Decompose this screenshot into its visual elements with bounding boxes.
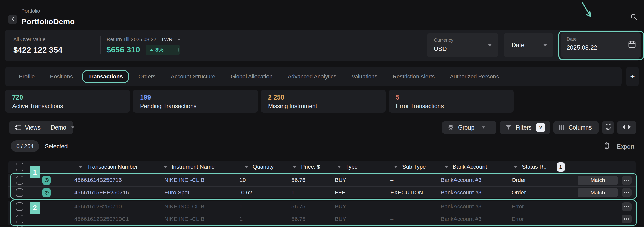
tab-profile[interactable]: Profile (11, 73, 42, 80)
row-menu-button[interactable] (622, 188, 632, 197)
chevron-down-icon (482, 126, 485, 129)
triangle-right-icon (628, 124, 632, 131)
column-filter-caret-icon[interactable] (293, 166, 297, 168)
refresh-button[interactable] (602, 121, 614, 134)
match-button[interactable]: Match (578, 188, 618, 197)
tab-account-structure[interactable]: Account Structure (163, 73, 223, 80)
match-button[interactable]: Match (578, 176, 618, 185)
column-header-sub-type[interactable]: Sub Type (389, 164, 440, 170)
column-header-status-reason[interactable]: Status R.. 1 (506, 162, 576, 172)
stats-bar: All Over Value $422 122 354 Return Till … (5, 30, 639, 61)
filters-label: Filters (516, 124, 532, 131)
bank-account-link[interactable]: BankAccount #3 (440, 177, 506, 183)
status-cell: Error (506, 201, 576, 213)
chevron-down-icon[interactable] (178, 39, 181, 41)
tab-restriction-alerts[interactable]: Restriction Alerts (385, 73, 442, 80)
columns-label: Columns (569, 124, 592, 131)
return-change-badge: 8% (146, 45, 180, 55)
column-filter-caret-icon[interactable] (245, 166, 248, 168)
tab-advanced-analytics[interactable]: Advanced Analytics (280, 73, 344, 80)
transaction-number-link[interactable]: 45661614B250716 (64, 177, 161, 183)
card-pending-transactions[interactable]: 199 Pending Transactions (133, 90, 258, 113)
back-button[interactable] (8, 15, 17, 24)
sparkline-tick (178, 48, 179, 52)
group-select[interactable]: Group (442, 121, 496, 134)
calendar-icon[interactable] (628, 40, 636, 50)
column-header-type[interactable]: Type (334, 164, 389, 170)
transaction-number-link[interactable]: 45661612B250710 (64, 203, 161, 210)
tab-positions[interactable]: Positions (42, 73, 80, 80)
row-menu-button[interactable] (622, 215, 632, 223)
tab-orders[interactable]: Orders (131, 73, 163, 80)
card-label: Missing Instrument (268, 103, 379, 110)
column-header-price[interactable]: Price, $ (291, 164, 334, 170)
card-label: Active Transactions (12, 103, 123, 110)
instrument-link[interactable]: Euro Spot (161, 189, 237, 196)
column-header-transaction-number[interactable]: Transaction Number (64, 164, 161, 170)
type-cell: BUY (334, 216, 389, 222)
instrument-link[interactable]: NIKE INC -CL B (161, 177, 237, 183)
column-filter-caret-icon[interactable] (394, 166, 398, 168)
export-button[interactable]: Export (602, 141, 634, 152)
column-filter-caret-icon[interactable] (514, 166, 517, 168)
tab-global-allocation[interactable]: Global Allocation (223, 73, 280, 80)
tab-valuations[interactable]: Valuations (344, 73, 385, 80)
column-pager-button[interactable] (617, 121, 636, 134)
add-tab-button[interactable]: + (626, 67, 639, 86)
status-cell: Error (506, 213, 576, 225)
column-header-instrument-name[interactable]: Instrument Name (161, 164, 237, 170)
column-header-bank-account[interactable]: Bank Account (440, 164, 506, 170)
return-label: Return Till 2025.08.22 (106, 37, 156, 42)
row-menu-button[interactable] (622, 176, 632, 185)
column-label: Sub Type (402, 164, 426, 170)
table-row[interactable]: 45661614B250716 NIKE INC -CL B 10 56.76 … (8, 174, 636, 186)
column-label: Bank Account (453, 164, 487, 170)
annotation-marker-2: 2 (30, 202, 40, 214)
tab-transactions[interactable]: Transactions (82, 70, 129, 83)
row-checkbox[interactable] (16, 176, 23, 185)
date-mode-select[interactable]: Date (504, 33, 553, 57)
column-filter-caret-icon[interactable] (445, 166, 448, 168)
return-block: Return Till 2025.08.22 TWR $656 310 8% (106, 37, 181, 55)
column-filter-caret-icon[interactable] (164, 166, 167, 168)
row-checkbox[interactable] (16, 188, 23, 197)
card-error-transactions[interactable]: 5 Error Transactions (389, 90, 514, 113)
card-active-transactions[interactable]: 720 Active Transactions (5, 90, 130, 113)
column-filter-caret-icon[interactable] (79, 166, 83, 168)
transaction-number-link[interactable]: 45661612B250710C1 (64, 216, 161, 222)
table-row[interactable]: 45661612B250710 NIKE INC -CL B 1 56.75 B… (8, 201, 636, 213)
views-select[interactable]: Views Demo (9, 121, 73, 134)
bank-account-link[interactable]: BankAccount #3 (440, 203, 506, 210)
card-missing-instrument[interactable]: 2 258 Missing Instrument (261, 90, 386, 113)
table-row[interactable]: 45661615FEE250716 Euro Spot -0.62 1 FEE … (8, 186, 636, 198)
column-label: Price, $ (301, 164, 320, 170)
search-button[interactable] (629, 12, 638, 22)
all-over-value-label: All Over Value (13, 37, 62, 42)
filters-button[interactable]: Filters 2 (500, 121, 550, 134)
row-menu-button[interactable] (622, 202, 632, 211)
quantity-cell: -0.62 (237, 189, 291, 196)
card-value: 199 (140, 94, 251, 101)
bank-account-link[interactable]: BankAccount #3 (440, 216, 506, 222)
column-filter-caret-icon[interactable] (337, 166, 341, 168)
return-mode-select[interactable]: TWR (161, 37, 173, 42)
tab-authorized-persons[interactable]: Authorized Persons (442, 73, 506, 80)
row-checkbox[interactable] (16, 215, 23, 223)
select-all-checkbox[interactable] (16, 163, 23, 171)
transaction-number-link[interactable]: 45661615FEE250716 (64, 189, 161, 196)
row-checkbox[interactable] (16, 202, 23, 211)
columns-button[interactable]: Columns (553, 121, 599, 134)
instrument-link[interactable]: NIKE INC -CL B (161, 203, 237, 210)
instrument-link[interactable]: NIKE INC -CL B (161, 216, 237, 222)
price-cell: 56.76 (291, 177, 334, 183)
chevron-down-icon (488, 44, 492, 46)
currency-select[interactable]: Currency USD (427, 33, 498, 57)
export-label: Export (617, 143, 634, 150)
table-row[interactable]: 45661612B250710C1 NIKE INC -CL B 1 56.75… (8, 213, 636, 225)
bank-account-link[interactable]: BankAccount #3 (440, 189, 506, 196)
date-field-label: Date (567, 36, 577, 42)
all-over-value: $422 122 354 (13, 46, 62, 55)
column-header-quantity[interactable]: Quantity (237, 164, 291, 170)
date-field[interactable]: Date 2025.08.22 (561, 33, 641, 58)
price-cell: 56.75 (291, 203, 334, 210)
